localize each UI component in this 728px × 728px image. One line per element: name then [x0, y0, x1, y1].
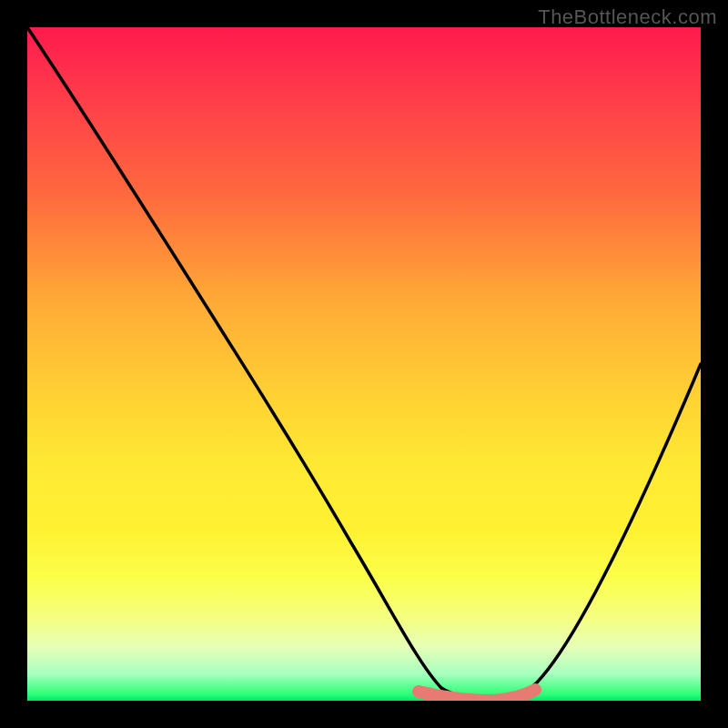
curve-layer: [27, 27, 701, 701]
plot-area: [27, 27, 701, 701]
bottleneck-curve: [27, 27, 701, 699]
chart-frame: TheBottleneck.com: [0, 0, 728, 728]
watermark-text: TheBottleneck.com: [538, 5, 717, 29]
highlight-band: [419, 690, 535, 701]
